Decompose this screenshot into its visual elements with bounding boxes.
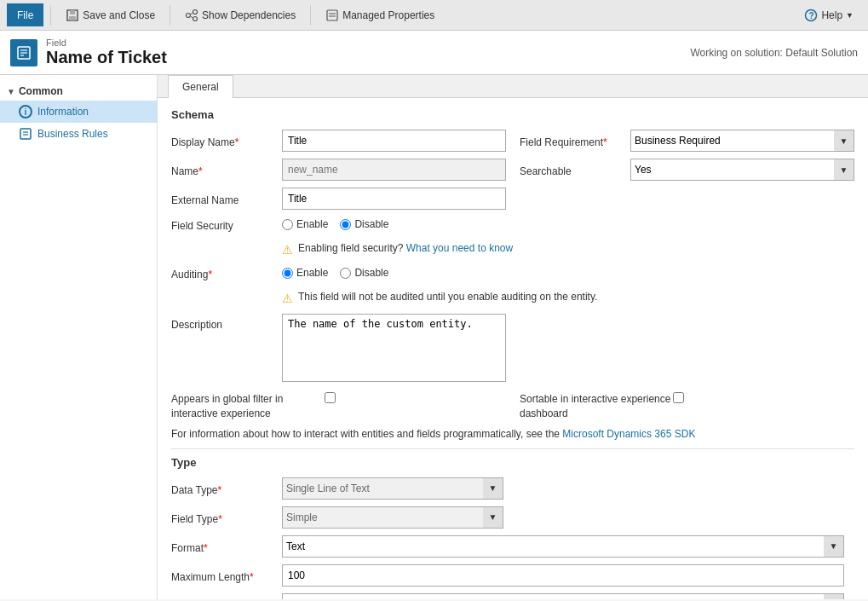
show-dependencies-button[interactable]: Show Dependencies (177, 5, 303, 26)
info-row: For information about how to interact wi… (171, 428, 854, 440)
format-select-wrapper: Text Email URL Phone ▼ (282, 535, 844, 558)
row-format: Format* Text Email URL Phone ▼ (171, 535, 854, 558)
row-external-name: External Name (171, 188, 854, 210)
display-name-input[interactable] (282, 130, 506, 152)
row-max-length: Maximum Length* (171, 564, 854, 587)
group-field-requirement: Field Requirement* Business Required Opt… (520, 130, 854, 152)
sidebar-item-information[interactable]: i Information (0, 101, 157, 123)
svg-rect-17 (20, 129, 31, 139)
name-input[interactable] (282, 159, 506, 181)
searchable-select-wrapper: Yes No ▼ (630, 159, 854, 181)
row-ime-mode: IME Mode* auto active inactive disabled … (171, 593, 854, 599)
save-close-button[interactable]: Save and Close (58, 5, 163, 26)
sidebar-item-business-rules[interactable]: Business Rules (0, 123, 157, 145)
sdk-link[interactable]: Microsoft Dynamics 365 SDK (562, 428, 695, 440)
sortable-label: Sortable in interactive experience dashb… (520, 389, 673, 421)
format-select[interactable]: Text Email URL Phone (282, 535, 844, 558)
svg-point-4 (193, 9, 198, 14)
tab-general[interactable]: General (168, 75, 233, 98)
help-chevron: ▼ (846, 11, 854, 20)
save-icon (66, 9, 79, 22)
group-external-name: External Name (171, 188, 506, 210)
help-button[interactable]: ? Help ▼ (796, 5, 861, 26)
header-left: Field Name of Ticket (10, 38, 167, 67)
rules-icon (19, 127, 32, 141)
ime-mode-select[interactable]: auto active inactive disabled (282, 593, 844, 599)
toolbar-right: ? Help ▼ (796, 5, 861, 26)
field-security-enable-radio[interactable] (282, 219, 293, 230)
managed-properties-label: Managed Properties (342, 9, 434, 21)
row-name: Name* Searchable Yes No ▼ (171, 159, 854, 181)
managed-properties-button[interactable]: Managed Properties (318, 5, 442, 26)
svg-line-6 (191, 13, 193, 14)
working-on-label: Working on solution: Default Solution (690, 47, 858, 59)
searchable-select[interactable]: Yes No (630, 159, 854, 181)
file-button[interactable]: File (7, 3, 43, 26)
data-type-select-wrapper: Single Line of Text Whole Number Decimal… (282, 477, 503, 500)
toolbar-sep-2 (170, 5, 170, 26)
field-security-disable-radio[interactable] (340, 219, 351, 230)
svg-rect-8 (327, 10, 337, 20)
info-icon: i (19, 105, 32, 118)
header-title-block: Field Name of Ticket (46, 38, 167, 67)
auditing-label: Auditing* (171, 265, 282, 280)
field-requirement-select[interactable]: Business Required Optional Recommended (630, 130, 854, 152)
row-auditing: Auditing* Enable Disable (171, 265, 854, 280)
field-security-label: Field Security (171, 217, 282, 232)
warning-security-text: Enabling field security? What you need t… (298, 242, 513, 254)
description-label: Description (171, 314, 282, 331)
form-area: Schema Display Name* Field Requirement* … (158, 98, 868, 599)
sortable-checkbox[interactable] (673, 392, 684, 403)
group-name: Name* (171, 159, 506, 181)
content-area: General Schema Display Name* Field Requi… (158, 75, 868, 599)
ime-mode-label: IME Mode* (171, 597, 282, 599)
warning-security-link[interactable]: What you need to know (406, 242, 513, 254)
appears-label: Appears in global filter in interactive … (171, 389, 325, 421)
toolbar-sep-3 (310, 5, 311, 26)
group-searchable: Searchable Yes No ▼ (520, 159, 854, 181)
auditing-disable-radio[interactable] (340, 268, 351, 279)
auditing-enable-label[interactable]: Enable (282, 267, 328, 279)
warning-auditing-text: This field will not be audited until you… (298, 291, 597, 303)
field-type-select-wrapper: Simple Calculated Rollup ▼ (282, 506, 503, 529)
description-textarea[interactable] (282, 314, 506, 382)
auditing-enable-radio[interactable] (282, 268, 293, 279)
searchable-label: Searchable (520, 162, 630, 177)
group-ime-mode: IME Mode* auto active inactive disabled … (171, 593, 854, 599)
auditing-disable-label[interactable]: Disable (340, 267, 388, 279)
svg-rect-1 (70, 10, 75, 14)
field-security-disable-label[interactable]: Disable (340, 218, 388, 230)
warning-security-icon: ⚠ (282, 243, 293, 257)
row-field-security: Field Security Enable Disable (171, 217, 854, 232)
main-layout: ▼ Common i Information Business Rules Ge… (0, 75, 868, 599)
external-name-label: External Name (171, 191, 282, 206)
field-security-enable-label[interactable]: Enable (282, 218, 328, 230)
help-icon: ? (804, 9, 818, 22)
field-requirement-label: Field Requirement* (520, 133, 630, 148)
page-header: Field Name of Ticket Working on solution… (0, 31, 868, 75)
entity-icon (10, 39, 37, 66)
sidebar-section-label: Common (19, 85, 63, 97)
group-data-type: Data Type* Single Line of Text Whole Num… (171, 477, 506, 500)
ime-mode-select-wrapper: auto active inactive disabled ▼ (282, 593, 844, 599)
collapse-icon: ▼ (7, 87, 15, 96)
row-data-type: Data Type* Single Line of Text Whole Num… (171, 477, 854, 500)
svg-text:?: ? (809, 11, 814, 20)
show-dependencies-label: Show Dependencies (202, 9, 296, 21)
row-field-type: Field Type* Simple Calculated Rollup ▼ (171, 506, 854, 529)
field-type-select[interactable]: Simple Calculated Rollup (282, 506, 503, 529)
data-type-select[interactable]: Single Line of Text Whole Number Decimal (282, 477, 503, 500)
page-title: Name of Ticket (46, 48, 167, 67)
name-label: Name* (171, 162, 282, 177)
max-length-label: Maximum Length* (171, 568, 282, 583)
appears-checkbox[interactable] (325, 392, 336, 403)
max-length-input[interactable] (282, 564, 844, 587)
group-format: Format* Text Email URL Phone ▼ (171, 535, 854, 558)
auditing-radio-group: Enable Disable (282, 267, 388, 279)
group-sortable: Sortable in interactive experience dashb… (520, 389, 854, 421)
row-display-name: Display Name* Field Requirement* Busines… (171, 130, 854, 152)
data-type-label: Data Type* (171, 481, 282, 496)
external-name-input[interactable] (282, 188, 506, 210)
sidebar: ▼ Common i Information Business Rules (0, 75, 158, 599)
sidebar-section-common[interactable]: ▼ Common (0, 82, 157, 101)
